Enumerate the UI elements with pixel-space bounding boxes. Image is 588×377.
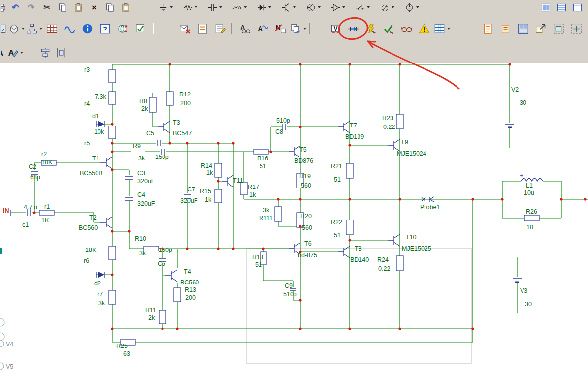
paste-special-icon[interactable] (118, 1, 133, 14)
view-glasses-icon[interactable] (398, 21, 415, 36)
junction-dot (348, 198, 351, 200)
schematic-label: 18K (85, 247, 97, 253)
check-edit-icon[interactable] (380, 21, 397, 36)
page-icon[interactable] (479, 21, 496, 36)
report-edit-icon[interactable] (212, 21, 229, 36)
align-center-icon[interactable] (38, 46, 53, 59)
text-partial-icon[interactable]: A (0, 46, 7, 59)
schematic-label: 510p (283, 291, 297, 298)
select-frame-icon[interactable] (550, 21, 567, 36)
cut-icon[interactable]: ✂ (39, 1, 54, 14)
meter-component-dropdown[interactable] (392, 6, 394, 8)
gate-component-dropdown[interactable] (342, 6, 345, 8)
meter-component-icon[interactable] (377, 1, 397, 14)
junction-dot (277, 198, 279, 200)
grid-dropdown[interactable] (447, 28, 450, 30)
find-text-icon[interactable]: A (236, 21, 253, 36)
toolbar-group-analysis: V (327, 20, 451, 37)
schematic-label: C4 (137, 191, 145, 198)
inductor-component-dropdown[interactable] (244, 6, 247, 8)
current-arrow-icon[interactable] (345, 21, 361, 36)
network-icon[interactable] (114, 21, 131, 36)
copy-icon[interactable] (55, 1, 70, 14)
resistor-component-icon[interactable] (180, 1, 200, 14)
svg-text:?: ? (103, 25, 107, 32)
font-style-icon[interactable]: A (254, 21, 271, 36)
new-window-icon[interactable] (570, 1, 585, 14)
netlist-icon[interactable] (194, 21, 211, 36)
schematic-label: 200 (185, 294, 196, 301)
schematic-label: C2 (29, 163, 36, 170)
distribute-icon[interactable] (54, 46, 68, 59)
warning-icon[interactable] (416, 21, 432, 36)
checklist-icon[interactable] (132, 21, 149, 36)
window-layout-icon[interactable] (515, 21, 531, 36)
font-edit-dropdown[interactable] (20, 52, 23, 54)
help-icon[interactable]: ? (97, 21, 113, 36)
junction-dot (232, 142, 234, 144)
source-component-icon-glyph (405, 3, 414, 12)
junction-dot (299, 126, 301, 128)
junction-dot (299, 327, 301, 330)
export-icon-glyph (535, 23, 547, 34)
switch-component-dropdown[interactable] (367, 6, 370, 8)
junction-dot (262, 247, 264, 250)
schematic-label: 1k (205, 196, 212, 203)
undo-icon[interactable]: ↶ (8, 1, 23, 14)
copy-link-icon[interactable] (290, 21, 306, 36)
page-icon-glyph (482, 23, 493, 34)
schematic-label: L1 (526, 182, 533, 189)
picture-icon[interactable] (0, 21, 7, 36)
junction-dot (299, 63, 301, 65)
label-box-icon[interactable]: N (272, 21, 289, 36)
schematic-label: 68p (30, 174, 40, 181)
copy-link-dropdown[interactable] (303, 28, 306, 30)
voltage-pin-icon[interactable]: V (327, 21, 344, 36)
schematic-label: 1k (206, 169, 213, 176)
box-3d-dropdown[interactable] (22, 28, 25, 30)
edit-bolt-icon[interactable] (362, 21, 379, 36)
netlist-icon-glyph (197, 23, 208, 34)
schematic-label: 150p (155, 154, 169, 160)
source-component-icon[interactable] (401, 1, 422, 14)
schematic-label: 3k (98, 300, 105, 307)
diode-component-icon[interactable] (254, 1, 274, 14)
transistor-component-dropdown[interactable] (293, 6, 296, 8)
printer-icon[interactable] (0, 1, 7, 14)
ground-component-dropdown[interactable] (170, 6, 173, 8)
mail-error-icon[interactable] (176, 21, 193, 36)
flowchart-icon[interactable] (26, 21, 42, 36)
schematic-canvas[interactable]: 3Kr37.3kr4d110kr5R82kR12200T3BC547C5R93k… (0, 63, 588, 377)
paste-icon[interactable] (71, 1, 86, 14)
font-edit-icon[interactable]: A (8, 46, 23, 59)
switch-component-icon[interactable] (352, 1, 373, 14)
diode-component-dropdown[interactable] (268, 6, 271, 8)
box-3d-icon[interactable] (8, 21, 25, 36)
schematic-label: R111 (259, 215, 273, 221)
export-icon[interactable] (532, 21, 549, 36)
flowchart-dropdown[interactable] (39, 28, 42, 30)
grid-icon[interactable] (433, 21, 450, 36)
transistor-component-icon[interactable] (278, 1, 299, 14)
note-icon[interactable] (497, 21, 514, 36)
split-horizontal-icon[interactable] (554, 1, 569, 14)
gate-component-icon[interactable] (327, 1, 348, 14)
split-vertical-icon[interactable] (538, 1, 553, 14)
select-region-icon[interactable] (568, 21, 585, 36)
capacitor-component-dropdown[interactable] (219, 6, 222, 8)
resistor-component-dropdown[interactable] (195, 6, 197, 8)
delete-icon[interactable]: × (87, 1, 101, 14)
text-partial-icon-glyph: A (0, 47, 6, 58)
info-icon[interactable] (79, 21, 96, 36)
capacitor-component-icon[interactable] (204, 1, 225, 14)
schematic-label: r6 (84, 257, 89, 264)
copy-special-icon[interactable] (102, 1, 117, 14)
source-component-dropdown[interactable] (416, 6, 419, 8)
redo-icon[interactable]: ↷ (24, 1, 38, 14)
inductor-component-icon[interactable] (229, 1, 250, 14)
transistor2-component-icon[interactable] (303, 1, 324, 14)
ground-component-icon[interactable] (155, 1, 176, 14)
table-icon[interactable] (43, 21, 60, 36)
transistor2-component-dropdown[interactable] (318, 6, 321, 8)
wave-icon[interactable] (61, 21, 78, 36)
